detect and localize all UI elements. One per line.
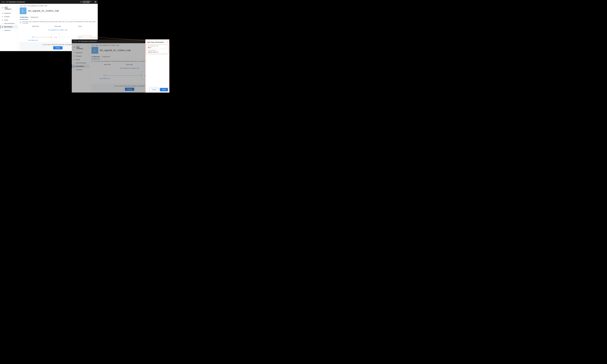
flow-arrow (103, 75, 141, 76)
entity-tile: L (91, 47, 98, 54)
breadcrumb-root[interactable]: Data Logics (20, 5, 27, 6)
tab-deployment[interactable]: Deployment (102, 55, 110, 59)
chevron-right-icon: › (87, 47, 88, 48)
info-icon: i (91, 60, 93, 62)
col-asset-type: Asset Type: (25, 26, 47, 27)
service-selector[interactable]: Service Edge Intelligence › (1, 5, 17, 11)
chevron-right-icon: › (16, 19, 16, 21)
sidebar-item-data-destinations[interactable]: ⇢ Data Destinations (72, 61, 90, 65)
breadcrumb: Data Logics > loki_upgrade_DL_modbus_mqt… (20, 5, 96, 6)
service-selector[interactable]: Service Edge Intelligence › (73, 44, 89, 50)
destinations-icon: ⇢ (73, 62, 75, 64)
tab-configuration[interactable]: Configuration (91, 55, 100, 59)
tabs: Configuration Deployment (20, 15, 96, 20)
asset-label[interactable]: loki_modbus_dmz (28, 39, 38, 41)
add-destination-panel: Add Data Destination ✕ Data Destination … (145, 39, 169, 92)
app-switcher-icon[interactable] (95, 1, 96, 3)
logic-node: {≡} (52, 33, 60, 41)
cisco-logo: ·ı|ı·ı|ı·CISCO (1, 1, 5, 3)
page-title: loki_upgrade_DL_modbus_mqtt (100, 49, 131, 52)
svg-point-1 (2, 7, 3, 8)
chevron-right-icon: › (88, 66, 88, 67)
service-dot-icon (2, 7, 4, 9)
deploy-button[interactable]: Deploy (53, 46, 63, 49)
col-data-logic: Data Logic: (47, 26, 69, 27)
user-icon (80, 1, 82, 3)
policies-icon: ▤ (1, 26, 3, 28)
topbar: ·ı|ı·ı|ı·CISCO IoT Operations Dashboard … (0, 0, 98, 4)
gauge-icon: ◔ (1, 12, 3, 14)
sidebar-item-data-destinations[interactable]: ⇢ Data Destinations (0, 22, 18, 25)
data-logic-link[interactable]: loki_upgrade_DL_modbus_mqtt (20, 29, 96, 31)
field-destination-type: Data Destination Type MQTT ⌄ (146, 45, 168, 49)
flow-arrow (32, 37, 51, 37)
sidebar-item-assets[interactable]: ⚙ Assets › (0, 18, 18, 22)
save-button[interactable]: Save (160, 88, 168, 91)
chevron-right-icon: › (16, 7, 16, 8)
chevron-right-icon: › (88, 59, 88, 60)
destination-type-select[interactable]: MQTT ⌄ (148, 47, 167, 49)
brand: ·ı|ı·ı|ı·CISCO IoT Operations Dashboard (1, 1, 25, 3)
breadcrumb-root[interactable]: Data Logics (91, 44, 98, 46)
chevron-down-icon: ⌄ (92, 1, 93, 2)
cancel-button[interactable]: Cancel (149, 88, 159, 91)
sidebar: Service Edge Intelligence › ◔ Dashboard … (72, 43, 90, 92)
sidebar: Service Edge Intelligence › ◔ Dashboard … (0, 4, 18, 51)
info-banner: i This Data Logic contains the following… (20, 21, 96, 24)
close-icon[interactable]: ✕ (166, 41, 168, 43)
svg-point-0 (81, 1, 81, 2)
user-menu[interactable]: tmandavi@cisc... com9-nebula ⌄ (80, 1, 93, 3)
entity-tile: L (20, 7, 26, 14)
agent-icon: ⧉ (73, 55, 75, 57)
sidebar-item-ei-agents[interactable]: ⧉ EI Agents (0, 15, 18, 18)
page-title: loki_upgrade_DL_modbus_mqtt (28, 10, 59, 12)
sidebar-item-dashboard[interactable]: ◔ Dashboard (72, 51, 90, 54)
tab-deployment[interactable]: Deployment (30, 15, 38, 20)
svg-point-2 (74, 47, 75, 48)
policies-icon: ▤ (73, 65, 75, 67)
brand: ·ı|ı·ı|ı·CISCO IoT Operations Dashboard (73, 40, 97, 42)
logic-box-icon: {≡} (52, 33, 60, 41)
panel-title: Add Data Destination (147, 41, 164, 43)
sidebar-item-assets[interactable]: ⚙ Assets › (72, 58, 90, 61)
deploy-button[interactable]: Deploy (125, 88, 134, 91)
gauge-icon: ◔ (73, 52, 75, 53)
destinations-icon: ⇢ (1, 23, 3, 24)
tab-configuration[interactable]: Configuration (20, 15, 28, 20)
chevron-right-icon: › (88, 69, 88, 70)
sidebar-item-operations[interactable]: ⚬ Operations › (0, 28, 18, 32)
info-icon: i (20, 22, 21, 23)
operations-icon: ⚬ (1, 29, 3, 31)
destination-select[interactable]: mqtt_blr_dmz_01 ⌄ (148, 51, 167, 53)
cisco-logo: ·ı|ı·ı|ı·CISCO (73, 40, 77, 42)
chevron-down-icon: ⌄ (166, 47, 167, 48)
chevron-right-icon: › (16, 30, 16, 31)
sidebar-item-data-policies[interactable]: ▤ Data Policies › (0, 25, 18, 28)
breadcrumb-leaf: loki_upgrade_DL_modbus_mqtt (28, 5, 47, 6)
column-headers: Asset Type: Data Logic: Cloud: (20, 26, 96, 27)
sidebar-item-operations[interactable]: ⚬ Operations › (72, 68, 90, 71)
field-destination: Data Destination* mqtt_blr_dmz_01 ⌄ (146, 49, 168, 53)
sidebar-item-data-policies[interactable]: ▤ Data Policies › (72, 65, 90, 68)
flow-dashed (60, 37, 78, 37)
product-title: IoT Operations Dashboard (6, 1, 25, 3)
annotation-highlight-fields: Data Destination Type MQTT ⌄ Data Destin… (146, 44, 168, 54)
col-cloud: Cloud: (69, 26, 91, 27)
sidebar-item-ei-agents[interactable]: ⧉ EI Agents (72, 54, 90, 58)
assets-icon: ⚙ (1, 19, 3, 21)
service-dot-icon (74, 46, 76, 48)
sidebar-item-dashboard[interactable]: ◔ Dashboard (0, 12, 18, 15)
agent-icon: ⧉ (1, 16, 3, 17)
chevron-right-icon: › (16, 26, 16, 27)
topbar-right: tmandavi@cisc... com9-nebula ⌄ (80, 1, 96, 3)
assets-icon: ⚙ (73, 59, 75, 60)
operations-icon: ⚬ (73, 69, 75, 71)
cloud-icon (78, 36, 82, 38)
chevron-down-icon: ⌄ (166, 51, 167, 53)
annotation-highlight (82, 36, 91, 37)
cloud-node (78, 36, 82, 38)
